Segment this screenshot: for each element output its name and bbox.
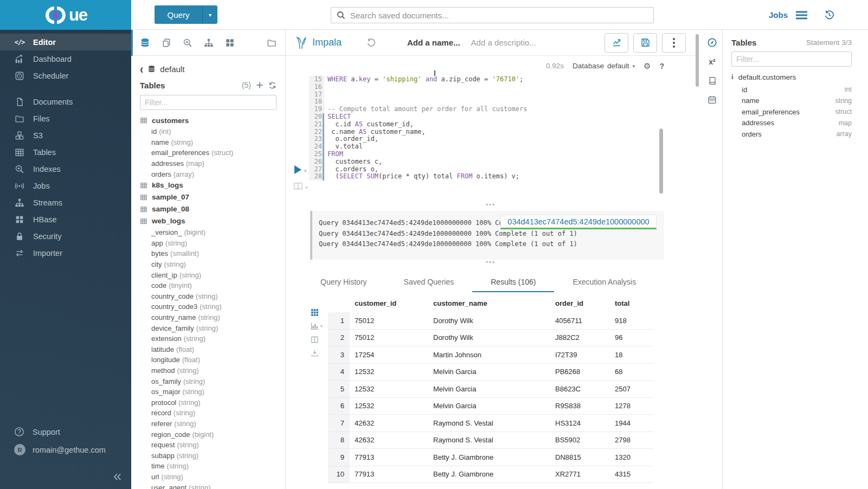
resize-handle-top[interactable]: ••• xyxy=(286,202,696,207)
presentation-mode-icon[interactable] xyxy=(293,182,303,190)
table-item-web-logs[interactable]: web_logs xyxy=(140,215,277,227)
query-name-field[interactable]: Add a name... xyxy=(407,38,460,47)
column-item-os-family[interactable]: os_family(string) xyxy=(140,376,277,387)
grid-icon[interactable] xyxy=(311,308,323,317)
column-item--version-[interactable]: _version_(bigint) xyxy=(140,227,277,238)
column-item-city[interactable]: city(string) xyxy=(140,259,277,270)
column-item-time[interactable]: time(string) xyxy=(140,461,277,472)
sidebar-user[interactable]: R romain@gethue.com xyxy=(14,444,106,455)
column-item-user-agent[interactable]: user_agent(string) xyxy=(140,482,277,489)
column-item-name[interactable]: name(string) xyxy=(140,137,277,148)
column-item-country-name[interactable]: country_name(string) xyxy=(140,312,277,323)
sidebar-item-hbase[interactable]: HBase xyxy=(0,211,131,228)
column-item-email-preferences[interactable]: email_preferencesstruct xyxy=(731,106,852,118)
search-input[interactable] xyxy=(350,11,648,20)
column-item-record[interactable]: record(string) xyxy=(140,408,277,419)
folder-icon[interactable] xyxy=(267,38,277,48)
column-item-orders[interactable]: orders(array) xyxy=(140,169,277,179)
tab-results-106-[interactable]: Results (106) xyxy=(472,273,554,292)
query-history-icon[interactable] xyxy=(824,10,834,20)
query-history-small-icon[interactable] xyxy=(367,38,376,47)
sidebar-item-security[interactable]: Security xyxy=(0,228,131,244)
settings-gear-icon[interactable]: ⚙ xyxy=(644,61,651,71)
sidebar-collapse-button[interactable]: « xyxy=(113,469,121,484)
query-dropdown-caret[interactable]: ▾ xyxy=(202,5,217,24)
download-icon[interactable] xyxy=(311,349,323,357)
columns-icon[interactable] xyxy=(311,336,323,344)
column-item-id[interactable]: idint xyxy=(731,84,852,95)
breadcrumb-database-name[interactable]: default xyxy=(160,65,184,74)
column-header[interactable]: order_id xyxy=(550,299,610,307)
column-item-request[interactable]: request(string) xyxy=(140,440,277,451)
resize-handle-bottom[interactable]: ••• xyxy=(286,260,696,264)
column-item-country-code3[interactable]: country_code3(string) xyxy=(140,301,277,312)
tab-query-history[interactable]: Query History xyxy=(302,273,385,292)
column-header[interactable]: customer_name xyxy=(428,299,550,307)
jobs-link[interactable]: Jobs xyxy=(769,10,788,20)
sitemap-icon[interactable] xyxy=(204,38,214,48)
calendar-icon[interactable] xyxy=(708,95,717,105)
sidebar-item-files[interactable]: Files xyxy=(0,110,131,127)
hue-logo[interactable]: ue xyxy=(0,0,131,30)
database-selector[interactable]: Database default ▾ xyxy=(573,62,635,70)
sidebar-item-dashboard[interactable]: Dashboard xyxy=(0,50,131,67)
database-icon[interactable] xyxy=(140,37,150,48)
book-icon[interactable] xyxy=(708,76,717,86)
column-item-client-ip[interactable]: client_ip(string) xyxy=(140,269,277,280)
column-header[interactable]: total xyxy=(610,299,653,307)
column-item-referer[interactable]: referer(string) xyxy=(140,419,277,429)
column-item-name[interactable]: namestring xyxy=(731,95,852,107)
column-header[interactable]: customer_id xyxy=(350,299,428,307)
tab-saved-queries[interactable]: Saved Queries xyxy=(385,273,473,292)
column-item-extension[interactable]: extension(string) xyxy=(140,333,277,344)
help-icon[interactable]: ? xyxy=(659,62,664,70)
run-options-caret[interactable]: ▾ xyxy=(304,168,307,173)
active-table-row[interactable]: i default.customers xyxy=(731,73,852,81)
query-description-field[interactable]: Add a descriptio... xyxy=(471,38,536,47)
global-search[interactable] xyxy=(331,7,654,23)
column-item-addresses[interactable]: addressesmap xyxy=(731,118,852,129)
table-item-sample-08[interactable]: sample_08 xyxy=(140,203,277,215)
sidebar-item-jobs[interactable]: Jobs xyxy=(0,177,131,194)
tab-execution-analysis[interactable]: Execution Analysis xyxy=(554,273,654,292)
add-table-icon[interactable] xyxy=(256,81,263,89)
more-options-button[interactable] xyxy=(662,33,686,53)
editor-scrollbar[interactable] xyxy=(659,128,663,194)
sidebar-item-indexes[interactable]: Indexes xyxy=(0,160,131,177)
back-chevron-icon[interactable]: ‹ xyxy=(140,62,143,75)
run-query-button[interactable] xyxy=(294,165,301,174)
main-scrollbar[interactable] xyxy=(696,34,699,87)
column-item-subapp[interactable]: subapp(string) xyxy=(140,450,277,461)
sidebar-item-streams[interactable]: Streams xyxy=(0,194,131,211)
column-item-method[interactable]: method(string) xyxy=(140,365,277,376)
copy-icon[interactable] xyxy=(162,38,171,48)
active-table-name[interactable]: default.customers xyxy=(738,73,796,81)
column-item-protocol[interactable]: protocol(string) xyxy=(140,397,277,408)
refresh-icon[interactable] xyxy=(268,81,277,89)
table-item-customers[interactable]: customers xyxy=(140,114,277,126)
sidebar-item-scheduler[interactable]: Scheduler xyxy=(0,67,131,84)
database-value[interactable]: default xyxy=(607,62,629,70)
sidebar-item-support[interactable]: Support xyxy=(14,427,60,437)
column-item-country-code[interactable]: country_code(string) xyxy=(140,291,277,302)
chart-icon[interactable]: ▾ xyxy=(311,322,323,330)
right-filter-input[interactable] xyxy=(731,52,852,67)
compass-icon[interactable] xyxy=(707,37,717,48)
column-item-os-major[interactable]: os_major(string) xyxy=(140,387,277,397)
column-item-addresses[interactable]: addresses(map) xyxy=(140,158,277,169)
column-item-latitude[interactable]: latitude(float) xyxy=(140,344,277,355)
column-item-email-preferences[interactable]: email_preferences(struct) xyxy=(140,147,277,158)
chart-button[interactable] xyxy=(605,33,628,53)
save-button[interactable] xyxy=(633,33,657,53)
superscript-icon[interactable]: x² xyxy=(709,57,715,67)
sidebar-item-importer[interactable]: Importer xyxy=(0,244,131,261)
sidebar-item-documents[interactable]: Documents xyxy=(0,93,131,110)
table-item-k8s-logs[interactable]: k8s_logs xyxy=(140,179,277,191)
sidebar-item-editor[interactable]: </>Editor xyxy=(0,34,131,50)
sidebar-item-s3[interactable]: S3 xyxy=(0,127,131,144)
presentation-options-caret[interactable]: ▾ xyxy=(305,185,308,190)
column-item-app[interactable]: app(string) xyxy=(140,238,277,249)
column-item-device-family[interactable]: device_family(string) xyxy=(140,323,277,333)
editor-code[interactable]: WHERE a.key = 'shipping' and a.zip_code … xyxy=(327,76,658,181)
apps-icon[interactable] xyxy=(225,38,235,48)
